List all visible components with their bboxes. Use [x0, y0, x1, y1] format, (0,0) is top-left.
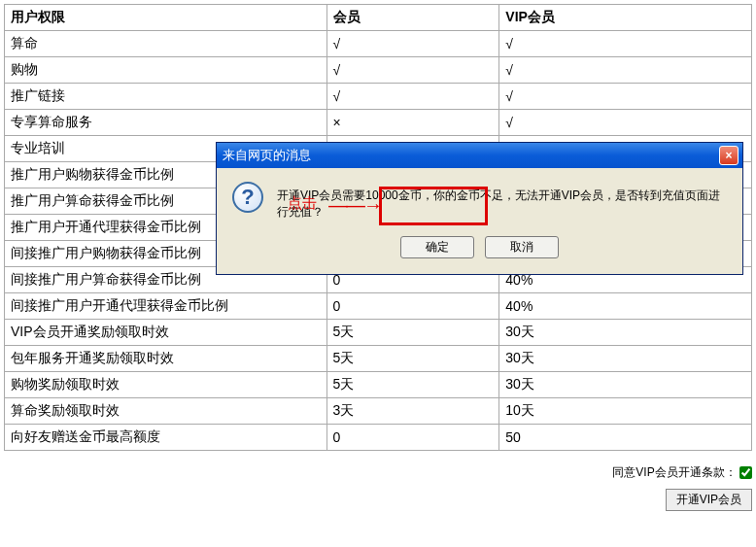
th-member: 会员 [326, 5, 499, 31]
table-row: 购物√√ [5, 57, 752, 84]
table-row: 间接推广用户开通代理获得金币比例040% [5, 293, 752, 320]
agree-label: 同意VIP会员开通条款： [612, 465, 736, 479]
table-row: 购物奖励领取时效5天30天 [5, 372, 752, 398]
close-icon[interactable]: × [719, 146, 739, 165]
open-vip-button[interactable]: 开通VIP会员 [666, 489, 752, 511]
annotation-click-text: 点击 [288, 194, 317, 213]
table-row: 包年服务开通奖励领取时效5天30天 [5, 346, 752, 372]
ok-button[interactable]: 确定 [400, 236, 474, 258]
cancel-button[interactable]: 取消 [485, 236, 559, 258]
table-row: VIP会员开通奖励领取时效5天30天 [5, 320, 752, 346]
table-row: 算命√√ [5, 31, 752, 57]
th-vip: VIP会员 [499, 5, 752, 31]
table-row: 算命奖励领取时效3天10天 [5, 398, 752, 425]
annotation-arrow-icon: ——→ [328, 194, 381, 217]
table-row: 推广链接√√ [5, 84, 752, 110]
question-icon: ? [232, 182, 263, 213]
table-row: 专享算命服务×√ [5, 110, 752, 136]
dialog-title: 来自网页的消息 [223, 147, 719, 164]
agree-checkbox[interactable] [739, 466, 752, 479]
dialog-titlebar[interactable]: 来自网页的消息 × [217, 143, 742, 168]
table-row: 向好友赠送金币最高额度050 [5, 425, 752, 451]
th-permission: 用户权限 [5, 5, 327, 31]
